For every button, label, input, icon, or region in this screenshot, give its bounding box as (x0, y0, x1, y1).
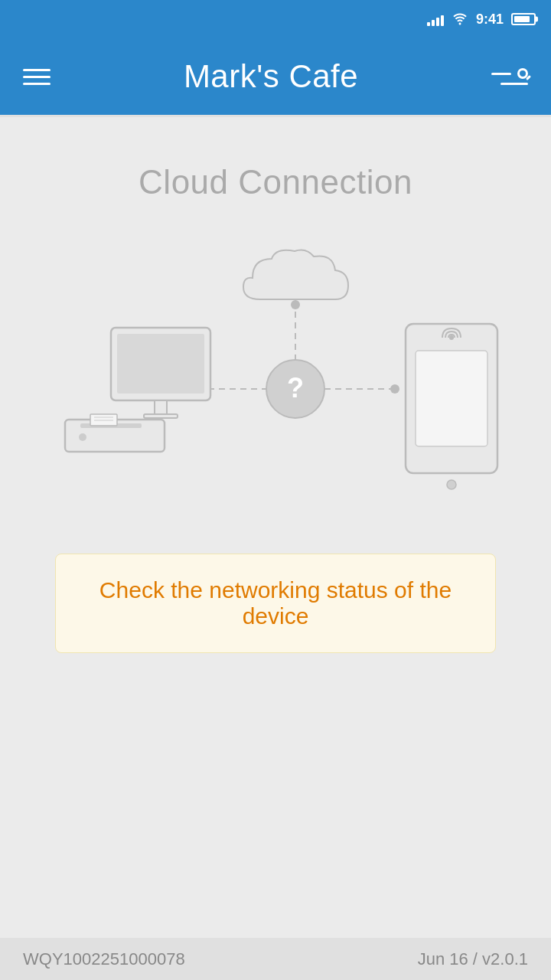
svg-point-21 (447, 480, 456, 489)
svg-rect-19 (416, 351, 487, 446)
battery-fill (514, 16, 530, 22)
svg-point-20 (450, 336, 453, 339)
status-icons: 9:41 (427, 11, 536, 28)
svg-text:?: ? (287, 372, 304, 403)
status-bar: 9:41 (0, 0, 551, 38)
time-display: 9:41 (476, 11, 504, 28)
svg-rect-9 (117, 334, 204, 394)
search-circle-icon (517, 68, 528, 79)
status-message: Check the networking status of the devic… (86, 577, 465, 629)
svg-point-1 (291, 300, 300, 309)
version-info: Jun 16 / v2.0.1 (418, 949, 528, 969)
hamburger-menu-icon[interactable] (23, 69, 51, 85)
svg-rect-11 (144, 414, 178, 418)
wifi-icon (452, 11, 468, 28)
battery-icon (511, 13, 536, 25)
connection-diagram: ? (31, 247, 520, 508)
footer: WQY1002251000078 Jun 16 / v2.0.1 (0, 938, 551, 980)
svg-point-7 (390, 384, 399, 394)
signal-icon (427, 12, 444, 26)
section-title: Cloud Connection (139, 163, 412, 201)
app-header: Mark's Cafe (0, 38, 551, 115)
cloud-shape (243, 250, 348, 299)
search-list-icon[interactable] (491, 68, 528, 85)
svg-point-17 (79, 433, 86, 441)
device-id: WQY1002251000078 (23, 949, 185, 969)
main-content: Cloud Connection ? (0, 117, 551, 684)
status-box: Check the networking status of the devic… (55, 554, 496, 653)
app-title: Mark's Cafe (184, 58, 358, 95)
